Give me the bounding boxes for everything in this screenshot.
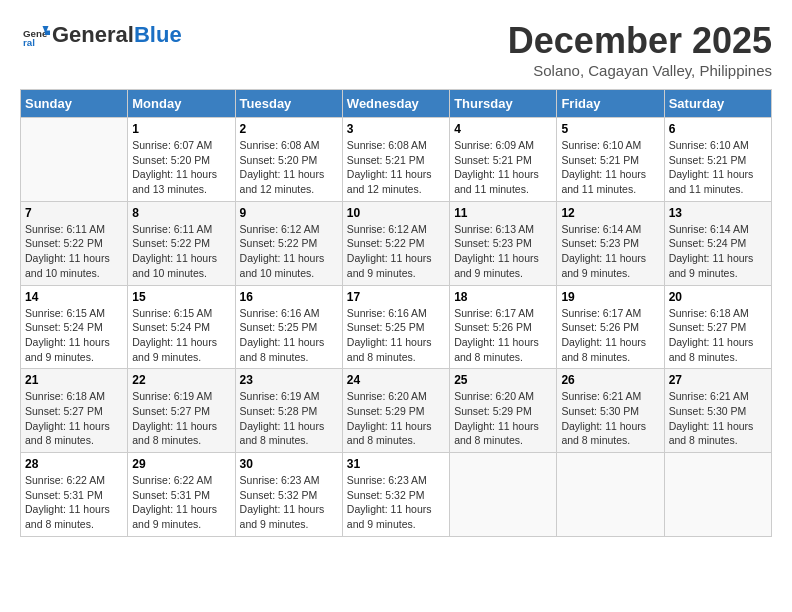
day-info: Sunrise: 6:11 AM Sunset: 5:22 PM Dayligh… — [132, 222, 230, 281]
calendar-cell: 4Sunrise: 6:09 AM Sunset: 5:21 PM Daylig… — [450, 118, 557, 202]
logo-icon: Gene ral — [20, 20, 50, 50]
calendar-week-row: 21Sunrise: 6:18 AM Sunset: 5:27 PM Dayli… — [21, 369, 772, 453]
day-number: 19 — [561, 290, 659, 304]
calendar-week-row: 1Sunrise: 6:07 AM Sunset: 5:20 PM Daylig… — [21, 118, 772, 202]
calendar-cell: 6Sunrise: 6:10 AM Sunset: 5:21 PM Daylig… — [664, 118, 771, 202]
calendar-cell — [664, 453, 771, 537]
calendar-week-row: 7Sunrise: 6:11 AM Sunset: 5:22 PM Daylig… — [21, 201, 772, 285]
calendar-cell: 14Sunrise: 6:15 AM Sunset: 5:24 PM Dayli… — [21, 285, 128, 369]
day-info: Sunrise: 6:20 AM Sunset: 5:29 PM Dayligh… — [454, 389, 552, 448]
day-number: 21 — [25, 373, 123, 387]
calendar-cell: 10Sunrise: 6:12 AM Sunset: 5:22 PM Dayli… — [342, 201, 449, 285]
day-info: Sunrise: 6:12 AM Sunset: 5:22 PM Dayligh… — [240, 222, 338, 281]
day-number: 10 — [347, 206, 445, 220]
day-number: 25 — [454, 373, 552, 387]
day-number: 6 — [669, 122, 767, 136]
day-number: 16 — [240, 290, 338, 304]
calendar-cell: 30Sunrise: 6:23 AM Sunset: 5:32 PM Dayli… — [235, 453, 342, 537]
day-info: Sunrise: 6:22 AM Sunset: 5:31 PM Dayligh… — [132, 473, 230, 532]
day-info: Sunrise: 6:15 AM Sunset: 5:24 PM Dayligh… — [132, 306, 230, 365]
day-number: 8 — [132, 206, 230, 220]
calendar-cell: 12Sunrise: 6:14 AM Sunset: 5:23 PM Dayli… — [557, 201, 664, 285]
day-info: Sunrise: 6:10 AM Sunset: 5:21 PM Dayligh… — [669, 138, 767, 197]
day-info: Sunrise: 6:14 AM Sunset: 5:24 PM Dayligh… — [669, 222, 767, 281]
logo-general-text: General — [52, 22, 134, 48]
month-title: December 2025 — [508, 20, 772, 62]
day-number: 22 — [132, 373, 230, 387]
day-info: Sunrise: 6:07 AM Sunset: 5:20 PM Dayligh… — [132, 138, 230, 197]
column-header-wednesday: Wednesday — [342, 90, 449, 118]
calendar-cell: 19Sunrise: 6:17 AM Sunset: 5:26 PM Dayli… — [557, 285, 664, 369]
day-number: 27 — [669, 373, 767, 387]
calendar-cell: 5Sunrise: 6:10 AM Sunset: 5:21 PM Daylig… — [557, 118, 664, 202]
logo: Gene ral General Blue — [20, 20, 182, 50]
calendar-week-row: 28Sunrise: 6:22 AM Sunset: 5:31 PM Dayli… — [21, 453, 772, 537]
day-info: Sunrise: 6:16 AM Sunset: 5:25 PM Dayligh… — [347, 306, 445, 365]
day-info: Sunrise: 6:21 AM Sunset: 5:30 PM Dayligh… — [561, 389, 659, 448]
day-number: 31 — [347, 457, 445, 471]
calendar-cell: 31Sunrise: 6:23 AM Sunset: 5:32 PM Dayli… — [342, 453, 449, 537]
day-number: 23 — [240, 373, 338, 387]
day-info: Sunrise: 6:19 AM Sunset: 5:28 PM Dayligh… — [240, 389, 338, 448]
calendar-header-row: SundayMondayTuesdayWednesdayThursdayFrid… — [21, 90, 772, 118]
svg-text:ral: ral — [23, 37, 35, 48]
logo-blue-text: Blue — [134, 22, 182, 48]
day-info: Sunrise: 6:17 AM Sunset: 5:26 PM Dayligh… — [561, 306, 659, 365]
day-info: Sunrise: 6:15 AM Sunset: 5:24 PM Dayligh… — [25, 306, 123, 365]
calendar-cell: 22Sunrise: 6:19 AM Sunset: 5:27 PM Dayli… — [128, 369, 235, 453]
day-number: 29 — [132, 457, 230, 471]
day-info: Sunrise: 6:13 AM Sunset: 5:23 PM Dayligh… — [454, 222, 552, 281]
calendar-table: SundayMondayTuesdayWednesdayThursdayFrid… — [20, 89, 772, 537]
calendar-cell: 23Sunrise: 6:19 AM Sunset: 5:28 PM Dayli… — [235, 369, 342, 453]
calendar-cell: 13Sunrise: 6:14 AM Sunset: 5:24 PM Dayli… — [664, 201, 771, 285]
column-header-tuesday: Tuesday — [235, 90, 342, 118]
day-number: 26 — [561, 373, 659, 387]
day-number: 18 — [454, 290, 552, 304]
day-info: Sunrise: 6:18 AM Sunset: 5:27 PM Dayligh… — [25, 389, 123, 448]
calendar-cell: 15Sunrise: 6:15 AM Sunset: 5:24 PM Dayli… — [128, 285, 235, 369]
day-number: 1 — [132, 122, 230, 136]
calendar-cell: 11Sunrise: 6:13 AM Sunset: 5:23 PM Dayli… — [450, 201, 557, 285]
calendar-cell: 3Sunrise: 6:08 AM Sunset: 5:21 PM Daylig… — [342, 118, 449, 202]
day-info: Sunrise: 6:16 AM Sunset: 5:25 PM Dayligh… — [240, 306, 338, 365]
calendar-cell: 21Sunrise: 6:18 AM Sunset: 5:27 PM Dayli… — [21, 369, 128, 453]
calendar-cell: 17Sunrise: 6:16 AM Sunset: 5:25 PM Dayli… — [342, 285, 449, 369]
calendar-cell: 28Sunrise: 6:22 AM Sunset: 5:31 PM Dayli… — [21, 453, 128, 537]
day-info: Sunrise: 6:14 AM Sunset: 5:23 PM Dayligh… — [561, 222, 659, 281]
svg-marker-4 — [45, 31, 50, 36]
calendar-cell: 24Sunrise: 6:20 AM Sunset: 5:29 PM Dayli… — [342, 369, 449, 453]
day-info: Sunrise: 6:23 AM Sunset: 5:32 PM Dayligh… — [240, 473, 338, 532]
calendar-cell — [21, 118, 128, 202]
calendar-cell: 16Sunrise: 6:16 AM Sunset: 5:25 PM Dayli… — [235, 285, 342, 369]
title-block: December 2025 Solano, Cagayan Valley, Ph… — [508, 20, 772, 79]
calendar-cell: 1Sunrise: 6:07 AM Sunset: 5:20 PM Daylig… — [128, 118, 235, 202]
day-number: 14 — [25, 290, 123, 304]
day-info: Sunrise: 6:12 AM Sunset: 5:22 PM Dayligh… — [347, 222, 445, 281]
day-number: 13 — [669, 206, 767, 220]
calendar-cell: 9Sunrise: 6:12 AM Sunset: 5:22 PM Daylig… — [235, 201, 342, 285]
column-header-friday: Friday — [557, 90, 664, 118]
day-info: Sunrise: 6:22 AM Sunset: 5:31 PM Dayligh… — [25, 473, 123, 532]
location-subtitle: Solano, Cagayan Valley, Philippines — [508, 62, 772, 79]
day-number: 28 — [25, 457, 123, 471]
day-number: 5 — [561, 122, 659, 136]
day-info: Sunrise: 6:23 AM Sunset: 5:32 PM Dayligh… — [347, 473, 445, 532]
column-header-saturday: Saturday — [664, 90, 771, 118]
calendar-cell: 29Sunrise: 6:22 AM Sunset: 5:31 PM Dayli… — [128, 453, 235, 537]
day-info: Sunrise: 6:08 AM Sunset: 5:21 PM Dayligh… — [347, 138, 445, 197]
calendar-cell: 8Sunrise: 6:11 AM Sunset: 5:22 PM Daylig… — [128, 201, 235, 285]
calendar-cell: 26Sunrise: 6:21 AM Sunset: 5:30 PM Dayli… — [557, 369, 664, 453]
day-number: 24 — [347, 373, 445, 387]
day-info: Sunrise: 6:17 AM Sunset: 5:26 PM Dayligh… — [454, 306, 552, 365]
calendar-cell: 25Sunrise: 6:20 AM Sunset: 5:29 PM Dayli… — [450, 369, 557, 453]
calendar-cell: 18Sunrise: 6:17 AM Sunset: 5:26 PM Dayli… — [450, 285, 557, 369]
day-number: 9 — [240, 206, 338, 220]
day-info: Sunrise: 6:18 AM Sunset: 5:27 PM Dayligh… — [669, 306, 767, 365]
calendar-cell — [450, 453, 557, 537]
day-info: Sunrise: 6:09 AM Sunset: 5:21 PM Dayligh… — [454, 138, 552, 197]
day-number: 3 — [347, 122, 445, 136]
day-number: 17 — [347, 290, 445, 304]
calendar-cell: 7Sunrise: 6:11 AM Sunset: 5:22 PM Daylig… — [21, 201, 128, 285]
day-number: 4 — [454, 122, 552, 136]
page-header: Gene ral General Blue December 2025 Sola… — [20, 20, 772, 79]
